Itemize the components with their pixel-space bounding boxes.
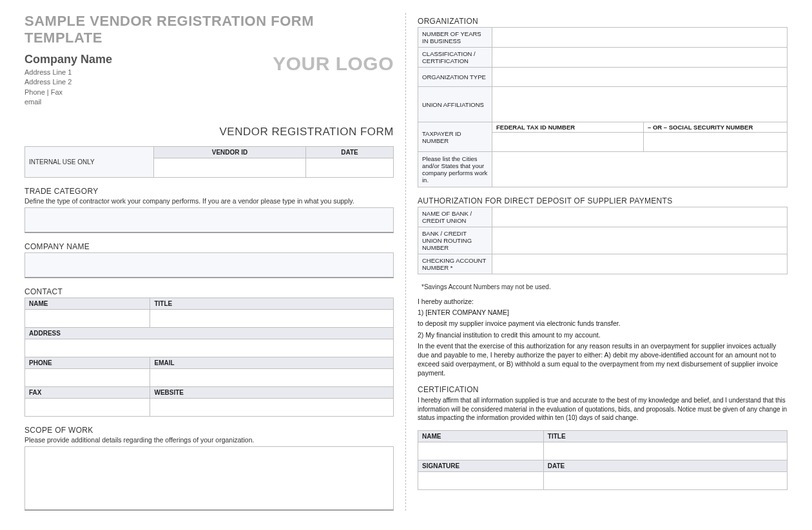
auth-deposit: to deposit my supplier invoice payment v…: [418, 319, 788, 328]
bank-label: NAME OF BANK / CREDIT UNION: [418, 207, 492, 227]
trade-category-title: TRADE CATEGORY: [24, 187, 394, 196]
page-title: SAMPLE VENDOR REGISTRATION FORM TEMPLATE: [24, 13, 394, 46]
contact-name-input[interactable]: [25, 309, 150, 327]
ssn-input[interactable]: [644, 133, 788, 152]
contact-table: NAME TITLE ADDRESS PHONE EMAIL FAX WEBSI…: [24, 298, 394, 417]
years-label: NUMBER OF YEARS IN BUSINESS: [418, 28, 492, 48]
email: email: [24, 97, 112, 107]
trade-category-input[interactable]: [24, 207, 394, 233]
company-block: Company Name Address Line 1 Address Line…: [24, 53, 112, 108]
scope-sub: Please provide additional details regard…: [24, 436, 394, 444]
union-label: UNION AFFILIATIONS: [418, 87, 492, 122]
auth-line2: 2) My financial institution to credit th…: [418, 330, 788, 339]
contact-title-header: TITLE: [150, 298, 394, 309]
company-name-title: COMPANY NAME: [24, 242, 394, 251]
internal-use-label: INTERNAL USE ONLY: [25, 146, 154, 177]
contact-email-header: EMAIL: [150, 357, 394, 368]
ssn-header: – OR – SOCIAL SECURITY NUMBER: [644, 122, 788, 133]
address-line-2: Address Line 2: [24, 77, 112, 87]
date-input[interactable]: [306, 158, 394, 177]
sig-date-header: DATE: [543, 460, 787, 471]
contact-name-header: NAME: [25, 298, 150, 309]
vendor-id-input[interactable]: [154, 158, 306, 177]
union-input[interactable]: [492, 87, 788, 122]
auth-intro: I hereby authorize:: [418, 297, 788, 306]
sig-date-input[interactable]: [543, 471, 787, 489]
trade-category-sub: Define the type of contractor work your …: [24, 197, 394, 205]
sig-title-header: TITLE: [543, 430, 787, 442]
cities-input[interactable]: [492, 152, 788, 187]
federal-tax-header: FEDERAL TAX ID NUMBER: [492, 122, 644, 133]
organization-table: NUMBER OF YEARS IN BUSINESS CLASSIFICATI…: [418, 27, 788, 187]
contact-fax-header: FAX: [25, 386, 150, 398]
contact-phone-input[interactable]: [25, 368, 150, 386]
orgtype-label: ORGANIZATION TYPE: [418, 68, 492, 87]
cities-label: Please list the Cities and/or States tha…: [418, 152, 492, 187]
auth-line1: 1) [ENTER COMPANY NAME]: [418, 308, 788, 317]
bank-input[interactable]: [492, 207, 788, 227]
company-name-input[interactable]: [24, 252, 394, 278]
classification-input[interactable]: [492, 48, 788, 68]
sig-title-input[interactable]: [543, 442, 787, 460]
routing-label: BANK / CREDIT UNION ROUTING NUMBER: [418, 227, 492, 254]
page-1: SAMPLE VENDOR REGISTRATION FORM TEMPLATE…: [13, 13, 406, 511]
company-name: Company Name: [24, 53, 112, 66]
letterhead: Company Name Address Line 1 Address Line…: [24, 53, 394, 108]
checking-label: CHECKING ACCOUNT NUMBER *: [418, 254, 492, 274]
sig-name-input[interactable]: [418, 442, 544, 460]
contact-website-input[interactable]: [150, 398, 394, 416]
organization-title: ORGANIZATION: [418, 17, 788, 26]
certification-title: CERTIFICATION: [418, 385, 788, 394]
contact-title: CONTACT: [24, 287, 394, 296]
classification-label: CLASSIFICATION / CERTIFICATION: [418, 48, 492, 68]
logo-placeholder: YOUR LOGO: [273, 53, 394, 75]
phone-fax: Phone | Fax: [24, 88, 112, 97]
sig-signature-input[interactable]: [418, 471, 544, 489]
signature-table: NAME TITLE SIGNATURE DATE: [418, 430, 788, 490]
federal-tax-input[interactable]: [492, 133, 644, 152]
authorization-table: NAME OF BANK / CREDIT UNION BANK / CREDI…: [418, 207, 788, 274]
orgtype-input[interactable]: [492, 68, 788, 87]
certification-paragraph: I hereby affirm that all information sup…: [418, 396, 788, 422]
years-input[interactable]: [492, 28, 788, 48]
contact-address-input[interactable]: [25, 339, 394, 357]
routing-input[interactable]: [492, 227, 788, 254]
contact-phone-header: PHONE: [25, 357, 150, 368]
sig-signature-header: SIGNATURE: [418, 460, 544, 471]
sig-name-header: NAME: [418, 430, 544, 442]
checking-input[interactable]: [492, 254, 788, 274]
contact-address-header: ADDRESS: [25, 327, 394, 339]
taxid-label: TAXPAYER ID NUMBER: [418, 122, 492, 152]
contact-fax-input[interactable]: [25, 398, 150, 416]
contact-website-header: WEBSITE: [150, 386, 394, 398]
internal-use-table: INTERNAL USE ONLY VENDOR ID DATE: [24, 146, 394, 178]
page-2: ORGANIZATION NUMBER OF YEARS IN BUSINESS…: [406, 13, 799, 511]
contact-email-input[interactable]: [150, 368, 394, 386]
savings-note: *Savings Account Numbers may not be used…: [421, 283, 788, 290]
address-line-1: Address Line 1: [24, 68, 112, 77]
vendor-id-header: VENDOR ID: [154, 146, 306, 158]
form-title: VENDOR REGISTRATION FORM: [24, 126, 394, 138]
auth-paragraph: In the event that the exercise of this a…: [418, 341, 788, 378]
scope-title: SCOPE OF WORK: [24, 426, 394, 435]
scope-input[interactable]: [24, 446, 394, 511]
date-header: DATE: [306, 146, 394, 158]
authorization-title: AUTHORIZATION FOR DIRECT DEPOSIT OF SUPP…: [418, 196, 788, 205]
contact-title-input[interactable]: [150, 309, 394, 327]
